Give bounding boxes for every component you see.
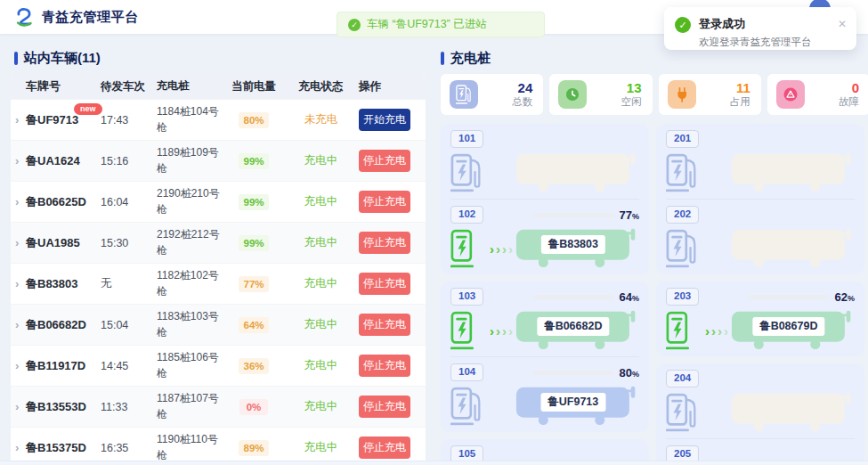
stat-fault: 0故障 [767,74,868,115]
next-trip-time: 11:33 [101,401,157,413]
charger-charging-icon [450,311,484,350]
pile-id-badge: 201 [666,130,699,147]
vehicle-plate: 鲁B11917D [26,358,101,374]
charging-flow-icon: ›››› [490,324,513,338]
pile-id-badge: 103 [450,288,483,305]
stop-charge-button[interactable]: 停止充电 [359,232,410,254]
table-row[interactable]: › 鲁B15375D 16:35 1190桩110号枪 89% 充电中 停止充电 [11,427,426,465]
expand-row-icon[interactable]: › [11,359,26,372]
license-plate: 鲁B06682D [537,317,609,336]
pile-id-badge: 203 [666,288,699,305]
bus-occupied: 鲁UF9713 [515,385,639,426]
next-trip-time: 无 [101,276,157,291]
stop-charge-button[interactable]: 停止充电 [359,191,410,213]
bus-ghost [730,151,855,192]
table-row[interactable]: › 鲁UF9713new 17:43 1184桩104号枪 80% 未充电 开始… [11,99,426,140]
table-header-row: 车牌号 待发车次 充电桩 当前电量 充电状态 操作 [11,74,426,99]
next-trip-time: 15:04 [101,319,157,331]
charge-status: 充电中 [283,276,359,291]
close-icon[interactable]: ✕ [838,19,847,29]
expand-row-icon[interactable]: › [11,441,26,454]
vehicle-plate: 鲁UA1624 [26,153,101,169]
pile-name: 1185桩106号枪 [157,350,224,381]
col-status: 充电状态 [283,79,359,94]
license-plate: 鲁B83803 [541,235,605,254]
vehicles-section-title: 站内车辆(11) [14,50,426,66]
vehicle-plate: 鲁UF9713new [26,112,101,128]
stop-charge-button[interactable]: 停止充电 [359,355,410,377]
start-charge-button[interactable]: 开始充电 [359,109,410,131]
table-row[interactable]: › 鲁UA1985 15:30 2192桩212号枪 99% 充电中 停止充电 [11,222,426,263]
charge-status: 充电中 [283,358,359,373]
expand-row-icon[interactable]: › [11,195,26,208]
clock-icon [558,80,587,109]
vehicle-plate: 鲁B06682D [26,317,101,333]
pile-101: 101 [450,124,639,199]
table-row[interactable]: › 鲁UA1624 15:16 1189桩109号枪 99% 充电中 停止充电 [11,140,426,181]
expand-row-icon[interactable]: › [11,277,26,290]
col-battery: 当前电量 [224,79,283,94]
col-action: 操作 [359,79,426,94]
charger-idle-icon [450,153,484,192]
pile-column-2: 201 202 [656,124,864,465]
pile-id-badge: 101 [450,130,483,147]
pile-id-badge: 202 [666,206,699,223]
col-pile: 充电桩 [157,78,224,94]
pile-103: 103 64% ›››› 鲁B06682D [450,281,639,356]
expand-row-icon[interactable]: › [11,154,26,167]
pile-name: 1187桩107号枪 [157,391,224,422]
app-logo-icon [14,7,35,28]
pile-id-badge: 102 [450,206,483,223]
charge-status: 充电中 [283,153,359,168]
pile-group: 203 62% ›››› 鲁B08679D [656,281,864,356]
page-title: 青益充管理平台 [42,9,139,26]
pile-name: 1183桩103号枪 [157,309,224,340]
success-check-icon: ✓ [348,19,361,31]
expand-row-icon[interactable]: › [11,400,26,413]
main-content: 站内车辆(11) 车牌号 待发车次 充电桩 当前电量 充电状态 操作 › 鲁UF… [0,34,868,465]
charger-idle-icon [450,387,484,426]
table-row[interactable]: › 鲁B06625D 16:04 2190桩210号枪 99% 充电中 停止充电 [11,181,426,222]
table-row[interactable]: › 鲁B11917D 14:45 1185桩106号枪 36% 充电中 停止充电 [11,345,426,386]
notification-title: 登录成功 [699,16,812,32]
charging-flow-icon: ›››› [490,242,513,256]
charge-status: 充电中 [283,235,359,250]
stop-charge-button[interactable]: 停止充电 [359,314,410,336]
expand-row-icon[interactable]: › [11,113,26,126]
pile-name: 1184桩104号枪 [157,104,224,135]
pile-201: 201 [666,124,855,199]
next-trip-time: 17:43 [101,114,157,126]
pile-name: 1189桩109号枪 [157,145,224,176]
battery-badge: 36% [239,358,268,374]
pile-id-badge: 104 [450,363,483,380]
horizontal-scrollbar-track[interactable] [0,461,868,465]
battery-badge: 77% [239,276,268,292]
next-trip-time: 15:16 [101,155,157,167]
table-row[interactable]: › 鲁B13553D 11:33 1187桩107号枪 0% 充电中 停止充电 [11,386,426,427]
stop-charge-button[interactable]: 停止充电 [359,273,410,295]
expand-row-icon[interactable]: › [11,318,26,331]
pile-group: 201 202 [656,124,864,274]
next-trip-time: 16:35 [101,442,157,454]
bus-ghost [730,227,855,268]
battery-badge: 64% [239,317,268,333]
stop-charge-button[interactable]: 停止充电 [359,150,410,172]
stop-charge-button[interactable]: 停止充电 [359,436,410,459]
next-trip-time: 14:45 [101,360,157,372]
charge-status: 充电中 [283,399,359,414]
battery-badge: 99% [239,194,268,210]
stop-charge-button[interactable]: 停止充电 [359,396,410,418]
bus-charging: 鲁B06682D [515,309,639,350]
table-row[interactable]: › 鲁B83803 无 1182桩102号枪 77% 充电中 停止充电 [11,263,426,304]
title-accent-bar [14,52,18,65]
table-row[interactable]: › 鲁B06682D 15:04 1183桩103号枪 64% 充电中 停止充电 [11,304,426,345]
col-plate: 车牌号 [26,78,101,94]
charge-status: 充电中 [283,317,359,332]
pile-stats: 24总数 13空闲 11占用 0故障 [441,74,868,115]
expand-row-icon[interactable]: › [11,236,26,249]
charge-progress: 80% [533,366,639,379]
alert-icon [776,80,805,109]
pile-name: 2190桩210号枪 [157,186,224,217]
next-trip-time: 15:30 [101,237,157,249]
charging-flow-icon: ›››› [705,324,728,338]
